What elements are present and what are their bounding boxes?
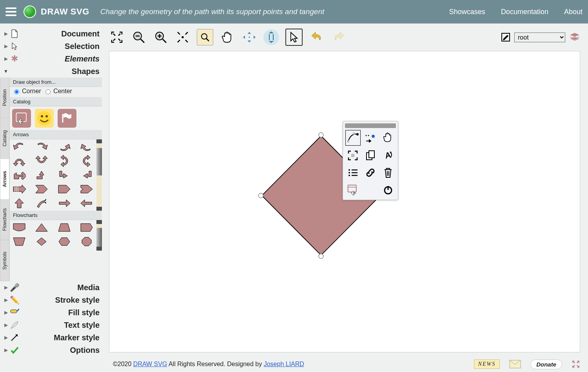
section-document[interactable]: ▶ Document [0,27,102,40]
resize-icon[interactable] [263,29,279,45]
shape-arrow[interactable] [80,197,94,209]
chevron-right-icon: ▶ [2,347,9,353]
svg-point-19 [347,140,349,143]
shape-arrow[interactable] [34,155,49,167]
tab-position[interactable]: Position [0,78,9,118]
tab-catalog[interactable]: Catalog [0,118,9,159]
shape-flowchart[interactable] [57,236,71,247]
news-button[interactable]: NEWS [474,359,500,369]
handle-left[interactable] [258,193,263,198]
path-edit-icon[interactable] [345,130,361,146]
shape-flowchart[interactable] [34,222,49,233]
shape-flowchart[interactable] [57,222,71,233]
asterisk-icon: ✱ [9,54,20,64]
pan-hand-icon[interactable] [220,29,235,45]
section-stroke[interactable]: ▶ ✏️ Stroke style [0,294,102,306]
shape-arrow[interactable] [12,141,26,153]
delete-icon[interactable] [380,165,396,180]
hand-pan-icon[interactable] [380,130,396,145]
import-window-icon[interactable] [345,182,361,197]
shape-arrow[interactable] [80,141,94,153]
section-fill[interactable]: ▶ Fill style [0,306,102,319]
toolbox-drag-handle[interactable] [345,123,396,128]
collapse-icon[interactable] [175,29,191,45]
zoom-fit-icon[interactable] [109,29,125,45]
zoom-in-icon[interactable] [153,29,169,45]
section-shapes[interactable]: ▼ Shapes [0,65,102,78]
section-marker[interactable]: ▶ Marker style [0,331,102,344]
donate-button[interactable]: Donate [530,359,562,369]
shape-arrow[interactable] [34,197,49,209]
shape-arrow[interactable] [34,141,49,153]
shape-arrow[interactable] [34,183,49,195]
mail-icon[interactable] [509,360,521,368]
zoom-out-icon[interactable] [131,29,147,45]
tab-flowcharts[interactable]: Flowcharts [0,199,9,240]
shape-arrow[interactable] [80,183,94,195]
select-tool-icon[interactable] [285,29,303,46]
shape-arrow[interactable] [57,197,71,209]
zoom-region-icon[interactable] [197,29,213,45]
shape-arrow[interactable] [57,169,71,181]
shape-arrow[interactable] [80,169,94,181]
shape-arrow[interactable] [57,183,71,195]
footer: ©2020 DRAW SVG All Rights Reserved. Desi… [0,356,588,372]
power-icon[interactable] [380,182,396,197]
tab-symbols[interactable]: Symbols [0,240,9,281]
shape-arrow[interactable] [57,155,71,167]
catalog-smile-icon[interactable] [35,109,54,128]
fullscreen-icon[interactable] [572,360,580,368]
section-media[interactable]: ▶ 🎤 Media [0,281,102,294]
section-text[interactable]: ▶ Text style [0,319,102,331]
copy-icon[interactable] [363,148,378,163]
shape-flowchart[interactable] [80,236,94,247]
shape-arrow[interactable] [12,169,26,181]
chevron-right-icon: ▶ [2,285,9,290]
catalog-flag-icon[interactable] [58,109,76,128]
list-icon[interactable] [345,165,361,180]
app-title: DRAW SVG [41,7,89,17]
layers-icon[interactable] [569,32,580,42]
nav-about[interactable]: About [564,8,583,16]
handle-top[interactable] [319,133,323,137]
shape-arrow[interactable] [57,141,71,153]
context-toolbox[interactable]: A [343,121,398,200]
shape-arrow[interactable] [12,197,26,209]
shape-arrow[interactable] [12,155,26,167]
rotate-text-icon[interactable]: A [380,148,396,163]
shape-arrow[interactable] [12,183,26,195]
section-label: Elements [65,54,100,63]
scrollbar[interactable] [96,220,102,251]
nav-showcases[interactable]: Showcases [449,8,485,16]
tab-arrows[interactable]: Arrows [0,159,9,200]
chevron-down-icon: ▼ [2,69,9,74]
handle-bottom[interactable] [319,254,323,258]
shape-arrow[interactable] [80,155,94,167]
section-elements[interactable]: ▶ ✱ Elements [0,52,102,65]
link-icon[interactable] [363,165,378,180]
radio-center[interactable]: Center [44,88,72,95]
scrollbar[interactable] [96,139,102,211]
footer-brand-link[interactable]: DRAW SVG [133,361,167,367]
move-point-icon[interactable] [363,130,378,145]
edit-icon[interactable] [501,33,510,42]
undo-icon[interactable] [309,29,325,45]
layer-select[interactable]: root [514,33,565,42]
shape-flowchart[interactable] [12,236,26,247]
workspace: root [102,23,588,356]
redo-icon[interactable] [331,29,347,45]
shape-flowchart[interactable] [12,222,26,233]
shape-flowchart[interactable] [80,222,94,233]
nav-documentation[interactable]: Documentation [501,8,548,16]
select-box-icon[interactable] [345,148,361,163]
section-selection[interactable]: ▶ Selection [0,40,102,52]
footer-author-link[interactable]: Joseph LIARD [264,361,304,367]
shape-flowchart[interactable] [34,236,49,247]
menu-icon[interactable] [5,5,20,19]
canvas[interactable]: A [109,51,580,352]
nudge-arrows-icon[interactable] [241,29,257,45]
catalog-import-icon[interactable] [12,109,31,128]
shape-arrow[interactable] [34,169,49,181]
section-options[interactable]: ▶ Options [0,344,102,356]
radio-corner[interactable]: Corner [12,88,41,95]
